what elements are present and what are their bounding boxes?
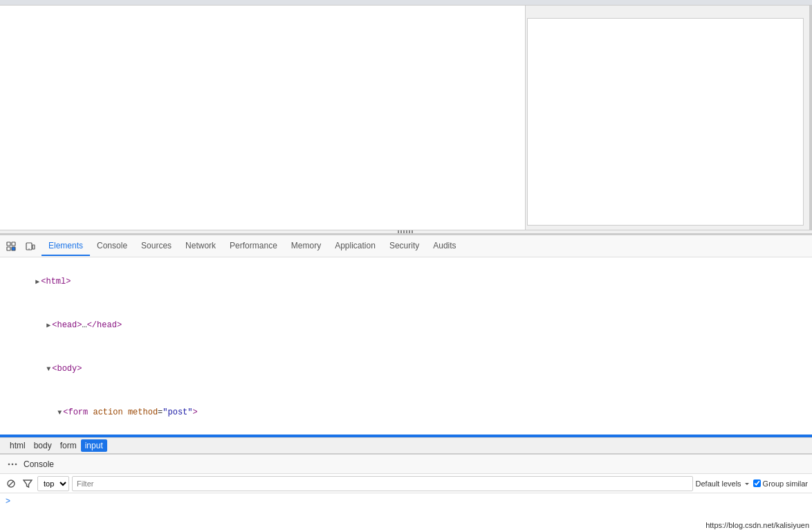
svg-rect-2 xyxy=(7,247,10,250)
tab-memory[interactable]: Memory xyxy=(284,237,328,256)
html-line-body-open[interactable]: ▼<body> xyxy=(0,347,812,391)
tab-application[interactable]: Application xyxy=(328,237,382,256)
svg-point-6 xyxy=(28,248,30,250)
tab-network[interactable]: Network xyxy=(178,237,223,256)
svg-rect-5 xyxy=(33,245,35,249)
triangle-head[interactable]: ▶ xyxy=(46,322,50,329)
devtools-tabs-bar: Elements Console Sources Network Perform… xyxy=(0,235,812,257)
triangle-form[interactable]: ▼ xyxy=(57,409,62,417)
bottom-url-bar: https://blog.csdn.net/kalisiyuen xyxy=(703,520,812,530)
device-toolbar-icon[interactable] xyxy=(22,238,39,255)
console-label: Console xyxy=(24,459,54,469)
console-clear-icon[interactable] xyxy=(4,477,18,491)
inspect-element-icon[interactable] xyxy=(3,238,19,255)
preview-pane xyxy=(0,6,526,234)
svg-point-8 xyxy=(12,463,14,465)
svg-point-9 xyxy=(15,463,17,465)
console-menu-icon[interactable] xyxy=(6,457,19,471)
browser-top-bar xyxy=(0,0,812,6)
console-prompt-line: > xyxy=(6,496,806,506)
breadcrumb-form[interactable]: form xyxy=(56,439,81,452)
console-filter-input[interactable] xyxy=(72,476,693,491)
svg-line-11 xyxy=(9,481,14,486)
breadcrumb-html[interactable]: html xyxy=(6,439,30,452)
console-default-levels: Default levels xyxy=(696,479,750,488)
svg-point-7 xyxy=(8,463,10,465)
triangle-html[interactable]: ▶ xyxy=(35,278,39,286)
console-group-similar-checkbox[interactable] xyxy=(753,479,761,487)
breadcrumb-input[interactable]: input xyxy=(81,439,107,452)
drag-handle-dots xyxy=(398,230,414,233)
devtools-panel: Elements Console Sources Network Perform… xyxy=(0,234,812,530)
tab-security[interactable]: Security xyxy=(382,237,426,256)
html-line-head[interactable]: ▶<head>…</head> xyxy=(0,304,812,347)
console-content: > xyxy=(0,493,812,530)
tab-sources[interactable]: Sources xyxy=(134,237,178,256)
svg-rect-3 xyxy=(12,247,15,250)
breadcrumb-bar: html body form input xyxy=(0,437,812,454)
triangle-body[interactable]: ▼ xyxy=(46,365,50,373)
svg-rect-0 xyxy=(7,242,10,246)
html-line-form[interactable]: ▼<form action method="post"> xyxy=(0,391,812,435)
console-header: Console xyxy=(0,455,812,474)
tab-console[interactable]: Console xyxy=(90,237,134,256)
console-group-similar: Group similar xyxy=(753,479,808,488)
tab-elements[interactable]: Elements xyxy=(41,237,90,256)
console-context-select[interactable]: top xyxy=(37,476,69,491)
tab-audits[interactable]: Audits xyxy=(426,237,463,256)
console-filter-icon[interactable] xyxy=(21,477,35,491)
html-line-html-open[interactable]: ▶<html> xyxy=(0,260,812,304)
breadcrumb-body[interactable]: body xyxy=(30,439,56,452)
element-highlight-pane: 提交 input 42.67×23 xyxy=(527,18,804,226)
tab-performance[interactable]: Performance xyxy=(223,237,284,256)
console-section: Console top Default levels xyxy=(0,454,812,530)
console-toolbar: top Default levels Group similar xyxy=(0,474,812,493)
resize-handle-vertical[interactable] xyxy=(809,6,812,234)
console-arrow-icon: > xyxy=(6,496,10,506)
svg-rect-1 xyxy=(12,242,15,246)
